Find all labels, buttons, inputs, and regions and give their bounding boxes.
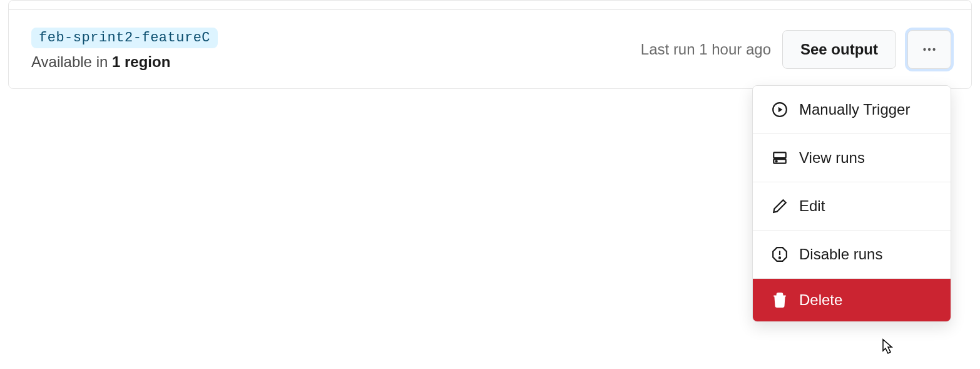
menu-edit[interactable]: Edit: [753, 182, 951, 231]
availability-text: Available in 1 region: [31, 53, 218, 71]
trash-icon: [772, 292, 788, 308]
see-output-button[interactable]: See output: [782, 30, 896, 69]
ellipsis-icon: [921, 41, 937, 58]
availability-prefix: Available in: [31, 53, 112, 70]
play-circle-icon: [772, 101, 788, 118]
card-row: feb-sprint2-featureC Available in 1 regi…: [9, 10, 971, 88]
menu-delete[interactable]: Delete: [753, 279, 951, 321]
function-card: feb-sprint2-featureC Available in 1 regi…: [8, 0, 972, 89]
card-actions: Last run 1 hour ago See output: [641, 30, 951, 69]
more-actions-button[interactable]: [907, 30, 951, 69]
actions-dropdown: Manually Trigger View runs Edit Disable …: [752, 85, 951, 322]
menu-label: Delete: [799, 291, 842, 309]
svg-point-1: [928, 48, 931, 50]
last-run-text: Last run 1 hour ago: [641, 41, 771, 58]
alert-octagon-icon: [772, 246, 788, 262]
svg-point-2: [932, 48, 935, 50]
menu-manually-trigger[interactable]: Manually Trigger: [753, 86, 951, 134]
cursor-pointer-icon: [878, 338, 896, 357]
svg-point-9: [779, 257, 780, 258]
svg-point-6: [776, 160, 777, 162]
server-icon: [772, 150, 788, 166]
menu-view-runs[interactable]: View runs: [753, 134, 951, 182]
pencil-icon: [772, 198, 788, 214]
menu-label: Edit: [799, 197, 825, 215]
svg-rect-4: [773, 152, 786, 158]
branch-tag: feb-sprint2-featureC: [31, 28, 218, 48]
menu-label: Disable runs: [799, 246, 882, 263]
svg-point-0: [923, 48, 926, 50]
card-previous-section: [9, 1, 971, 10]
menu-label: Manually Trigger: [799, 101, 910, 118]
availability-count: 1 region: [112, 53, 170, 70]
menu-disable-runs[interactable]: Disable runs: [753, 231, 951, 279]
card-info: feb-sprint2-featureC Available in 1 regi…: [31, 28, 218, 71]
menu-label: View runs: [799, 149, 865, 167]
